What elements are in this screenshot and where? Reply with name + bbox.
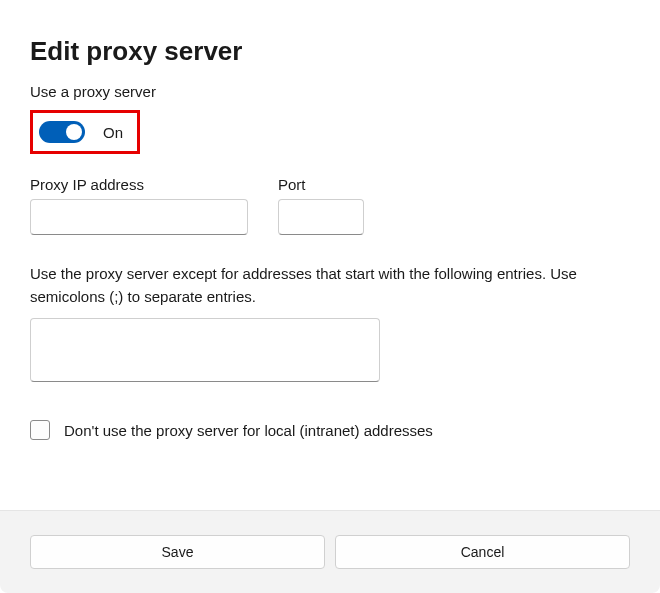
toggle-state-label: On (103, 124, 123, 141)
port-field-group: Port (278, 176, 364, 235)
proxy-toggle[interactable] (39, 121, 85, 143)
dialog-title: Edit proxy server (30, 36, 630, 67)
cancel-button[interactable]: Cancel (335, 535, 630, 569)
exceptions-textarea[interactable] (30, 318, 380, 382)
dialog-content: Edit proxy server Use a proxy server On … (0, 0, 660, 510)
exceptions-description: Use the proxy server except for addresse… (30, 263, 630, 308)
toggle-annotation-highlight: On (30, 110, 140, 154)
toggle-knob-icon (66, 124, 82, 140)
ip-field-group: Proxy IP address (30, 176, 248, 235)
save-button[interactable]: Save (30, 535, 325, 569)
port-input[interactable] (278, 199, 364, 235)
bypass-local-row: Don't use the proxy server for local (in… (30, 420, 630, 440)
ip-label: Proxy IP address (30, 176, 248, 193)
port-label: Port (278, 176, 364, 193)
bypass-local-label: Don't use the proxy server for local (in… (64, 422, 433, 439)
toggle-section-label: Use a proxy server (30, 83, 630, 100)
address-port-row: Proxy IP address Port (30, 176, 630, 235)
dialog-footer: Save Cancel (0, 510, 660, 593)
edit-proxy-dialog: Edit proxy server Use a proxy server On … (0, 0, 660, 593)
ip-input[interactable] (30, 199, 248, 235)
bypass-local-checkbox[interactable] (30, 420, 50, 440)
